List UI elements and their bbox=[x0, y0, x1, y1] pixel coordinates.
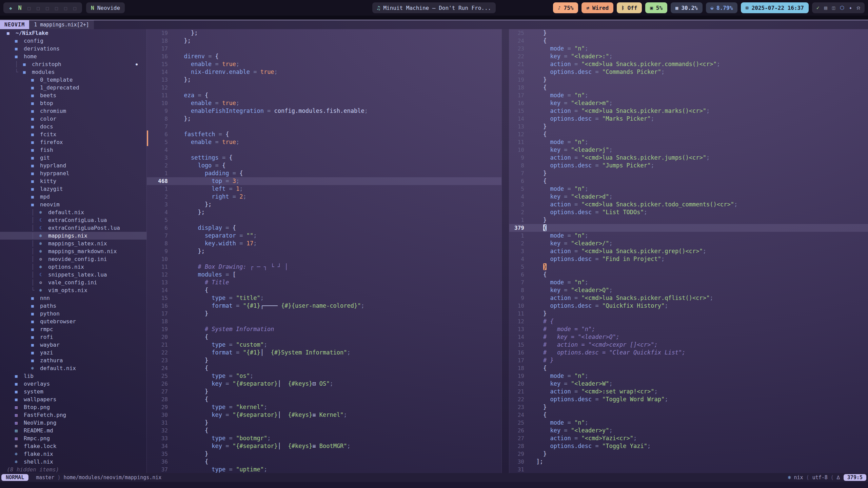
code-line[interactable]: 17 bbox=[147, 45, 501, 53]
tree-item[interactable]: │☾extraConfigLua.lua bbox=[0, 216, 146, 224]
code-line[interactable]: 18 }; bbox=[147, 37, 501, 45]
cpu-module[interactable]: ▣5% bbox=[645, 2, 667, 13]
code-line[interactable]: 13 # mode = "n"; bbox=[509, 325, 868, 333]
code-line[interactable]: 32 { bbox=[147, 427, 501, 434]
code-line[interactable]: 16 format = "{#1}┌──── {#}{user-name-col… bbox=[147, 302, 501, 310]
code-line[interactable]: 15 # action = "<cmd>cexpr []<cr>"; bbox=[509, 341, 868, 349]
code-line[interactable]: 15 action = "<cmd>lua Snacks.picker.mark… bbox=[509, 107, 868, 115]
tree-item[interactable]: │⚙neovide_config.ini bbox=[0, 255, 146, 263]
launcher-icon[interactable]: ❖ bbox=[6, 5, 15, 11]
volume-module[interactable]: ♪75% bbox=[553, 2, 578, 13]
code-line[interactable]: 30 key = "{#separator}│ {#keys}≡ Kernel"… bbox=[147, 411, 501, 419]
code-line[interactable]: 9 }; bbox=[147, 247, 501, 255]
code-line[interactable]: 24 { bbox=[147, 364, 501, 372]
code-line[interactable]: 19 mode = "n"; bbox=[509, 372, 868, 380]
code-line[interactable]: 11 } bbox=[509, 310, 868, 318]
code-line[interactable]: 28 { bbox=[147, 395, 501, 403]
tree-item[interactable]: ■python bbox=[0, 310, 146, 318]
code-line[interactable]: 13 } bbox=[509, 123, 868, 130]
code-line[interactable]: 7 bbox=[147, 123, 501, 130]
code-line[interactable]: 17 # } bbox=[509, 357, 868, 364]
code-line[interactable]: 15 type = "title"; bbox=[147, 294, 501, 302]
tree-item[interactable]: ■btop bbox=[0, 99, 146, 107]
tree-item[interactable]: ❄shell.nix bbox=[0, 458, 146, 466]
code-line[interactable]: 27 action = "<cmd>Yazi<cr>"; bbox=[509, 434, 868, 442]
tree-item[interactable]: ■lazygit bbox=[0, 185, 146, 193]
tree-item[interactable]: ■wallpapers bbox=[0, 395, 146, 403]
workspace-4[interactable]: □ bbox=[43, 5, 52, 11]
code-line[interactable]: 17 } bbox=[147, 310, 501, 318]
code-line[interactable]: 1 } bbox=[509, 216, 868, 224]
code-line[interactable]: 15 enable = true; bbox=[147, 60, 501, 68]
tree-item[interactable]: ■beets bbox=[0, 92, 146, 99]
code-line[interactable]: 11 mode = "n"; bbox=[509, 138, 868, 146]
tree-item[interactable]: ■chromium bbox=[0, 107, 146, 115]
workspace-1-neovide[interactable]: N bbox=[15, 4, 24, 11]
code-line[interactable]: 2 options.desc = "List TODOs"; bbox=[509, 208, 868, 216]
bell-icon[interactable]: ⍾ bbox=[857, 5, 860, 11]
tree-item[interactable]: ▤README.md bbox=[0, 427, 146, 434]
code-line[interactable]: 1 mode = "n"; bbox=[509, 232, 868, 240]
code-line[interactable]: 3 }; bbox=[147, 201, 501, 208]
tree-item[interactable]: ■home bbox=[0, 53, 146, 60]
code-line[interactable]: 20 { bbox=[147, 333, 501, 341]
code-line[interactable]: 18 bbox=[147, 318, 501, 325]
tree-item[interactable]: │⚙vale_config.ini bbox=[0, 279, 146, 286]
tree-item[interactable]: ■1_deprecated bbox=[0, 84, 146, 92]
tree-item[interactable]: ■fish bbox=[0, 146, 146, 154]
code-line[interactable]: 7 mode = "n"; bbox=[509, 279, 868, 286]
code-line[interactable]: 23 } bbox=[509, 403, 868, 411]
workspace-5[interactable]: □ bbox=[52, 5, 61, 11]
code-line[interactable]: 20 options.desc = "Commands Picker"; bbox=[509, 68, 868, 76]
code-line[interactable]: 468 top = 3; bbox=[147, 177, 501, 185]
code-line[interactable]: 36 { bbox=[147, 458, 501, 466]
code-line[interactable]: 27 } bbox=[147, 388, 501, 395]
tree-item[interactable]: ■git bbox=[0, 154, 146, 162]
tab-mappings-nix[interactable]: 1 mappings.nix[2+] bbox=[29, 20, 94, 29]
code-line[interactable]: 10 enable = true; bbox=[147, 99, 501, 107]
tree-item[interactable]: ■docs bbox=[0, 123, 146, 130]
code-line[interactable]: 25 mode = "n"; bbox=[509, 419, 868, 427]
code-line[interactable]: 31 bbox=[509, 466, 868, 473]
tree-item[interactable]: ■nnn bbox=[0, 294, 146, 302]
code-line[interactable]: 11 # Box Drawing: ┌ ─ ┐ └ ┘ │ bbox=[147, 263, 501, 271]
code-line[interactable]: 3 settings = { bbox=[147, 154, 501, 162]
tree-item[interactable]: ■yazi bbox=[0, 349, 146, 357]
code-line[interactable]: 9 enableFishIntegration = config.modules… bbox=[147, 107, 501, 115]
code-line[interactable]: 35 } bbox=[147, 450, 501, 458]
code-line[interactable]: 22 format = "{#1}│ {#}System Information… bbox=[147, 349, 501, 357]
code-line[interactable]: 5 mode = "n"; bbox=[509, 185, 868, 193]
code-line[interactable]: 7 separator = ""; bbox=[147, 232, 501, 240]
code-line[interactable]: 29 } bbox=[509, 450, 868, 458]
pane-separator[interactable] bbox=[501, 29, 509, 473]
tree-item[interactable]: │☾snippets_latex.lua bbox=[0, 271, 146, 279]
tree-item[interactable]: ■kitty bbox=[0, 177, 146, 185]
disk-module[interactable]: ◒8.79% bbox=[706, 2, 738, 13]
tree-item[interactable]: ▨Btop.png bbox=[0, 403, 146, 411]
code-line[interactable]: 13 }; bbox=[147, 76, 501, 84]
code-line[interactable]: 37 type = "uptime"; bbox=[147, 466, 501, 473]
code-line[interactable]: 22 options.desc = "Toggle Word Wrap"; bbox=[509, 395, 868, 403]
tree-item[interactable]: ▨NeoVim.png bbox=[0, 419, 146, 427]
code-line[interactable]: 21 action = "<cmd>:set wrap!<cr>"; bbox=[509, 388, 868, 395]
code-line[interactable]: 14 { bbox=[147, 286, 501, 294]
code-line[interactable]: 19 }; bbox=[147, 29, 501, 37]
tree-item[interactable]: ■system bbox=[0, 388, 146, 395]
tree-item[interactable]: ■derivations bbox=[0, 45, 146, 53]
code-line[interactable]: 25 } bbox=[509, 29, 868, 37]
active-window-chip[interactable]: N Neovide bbox=[86, 2, 125, 13]
code-line[interactable]: 7 } bbox=[509, 169, 868, 177]
code-line[interactable]: 14 # key = "<leader>Q"; bbox=[509, 333, 868, 341]
code-line[interactable]: 19 } bbox=[509, 76, 868, 84]
tree-item[interactable]: │❄options.nix bbox=[0, 263, 146, 271]
tray-updates-icon[interactable]: ✓ bbox=[816, 5, 820, 11]
code-line[interactable]: 12 bbox=[147, 84, 501, 92]
tree-item[interactable]: │❄mappings_latex.nix bbox=[0, 240, 146, 247]
code-line[interactable]: 6 fastfetch = { bbox=[147, 130, 501, 138]
code-line[interactable]: 13 # Title bbox=[147, 279, 501, 286]
tree-item[interactable]: └❄vim_opts.nix bbox=[0, 286, 146, 294]
code-line[interactable]: 34 key = "{#separator}│ {#keys}≡ BootMGR… bbox=[147, 442, 501, 450]
code-line[interactable]: 5 } bbox=[509, 263, 868, 271]
code-line[interactable]: 12 modules = [ bbox=[147, 271, 501, 279]
tray-icon-4[interactable]: ⬡ bbox=[840, 5, 844, 11]
